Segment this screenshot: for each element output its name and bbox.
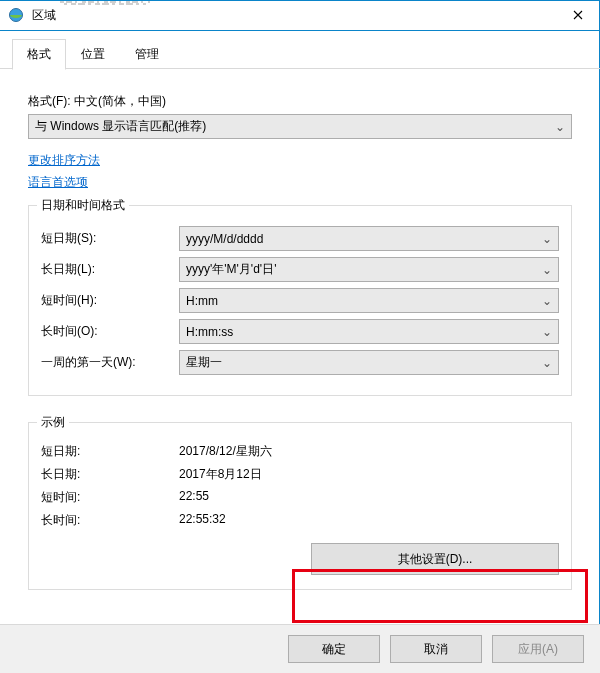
long-date-value: yyyy'年'M'月'd'日' xyxy=(186,261,276,278)
ex-long-date-value: 2017年8月12日 xyxy=(179,466,262,483)
short-date-combo[interactable]: yyyy/M/d/dddd ⌄ xyxy=(179,226,559,251)
short-time-combo[interactable]: H:mm ⌄ xyxy=(179,288,559,313)
datetime-format-group-title: 日期和时间格式 xyxy=(37,197,129,214)
region-icon xyxy=(8,7,24,23)
short-time-label: 短时间(H): xyxy=(41,292,179,309)
title-bar: 区域 xyxy=(0,0,600,31)
titlebar-scratch xyxy=(60,1,150,5)
cancel-button[interactable]: 取消 xyxy=(390,635,482,663)
tab-strip: 格式 位置 管理 xyxy=(0,31,600,69)
chevron-down-icon: ⌄ xyxy=(542,356,552,370)
tab-body: 格式(F): 中文(简体，中国) 与 Windows 显示语言匹配(推荐) ⌄ … xyxy=(0,69,600,590)
additional-settings-label: 其他设置(D)... xyxy=(398,551,473,568)
first-day-label: 一周的第一天(W): xyxy=(41,354,179,371)
examples-group-title: 示例 xyxy=(37,414,69,431)
chevron-down-icon: ⌄ xyxy=(555,120,565,134)
additional-settings-button[interactable]: 其他设置(D)... xyxy=(311,543,559,575)
window-title: 区域 xyxy=(32,7,56,24)
chevron-down-icon: ⌄ xyxy=(542,325,552,339)
language-preferences-link[interactable]: 语言首选项 xyxy=(28,171,88,193)
format-combo[interactable]: 与 Windows 显示语言匹配(推荐) ⌄ xyxy=(28,114,572,139)
ex-long-time-value: 22:55:32 xyxy=(179,512,226,529)
long-date-combo[interactable]: yyyy'年'M'月'd'日' ⌄ xyxy=(179,257,559,282)
long-time-label: 长时间(O): xyxy=(41,323,179,340)
chevron-down-icon: ⌄ xyxy=(542,294,552,308)
close-button[interactable] xyxy=(555,0,600,30)
short-date-label: 短日期(S): xyxy=(41,230,179,247)
tab-location[interactable]: 位置 xyxy=(66,39,120,69)
long-date-label: 长日期(L): xyxy=(41,261,179,278)
first-day-value: 星期一 xyxy=(186,354,222,371)
chevron-down-icon: ⌄ xyxy=(542,232,552,246)
tab-format[interactable]: 格式 xyxy=(12,39,66,70)
ex-short-time-value: 22:55 xyxy=(179,489,209,506)
long-time-combo[interactable]: H:mm:ss ⌄ xyxy=(179,319,559,344)
ok-button[interactable]: 确定 xyxy=(288,635,380,663)
apply-button[interactable]: 应用(A) xyxy=(492,635,584,663)
short-date-value: yyyy/M/d/dddd xyxy=(186,232,263,246)
format-combo-value: 与 Windows 显示语言匹配(推荐) xyxy=(35,118,206,135)
ex-short-date-value: 2017/8/12/星期六 xyxy=(179,443,272,460)
change-sort-link[interactable]: 更改排序方法 xyxy=(28,149,100,171)
tab-admin[interactable]: 管理 xyxy=(120,39,174,69)
datetime-format-group: 日期和时间格式 短日期(S): yyyy/M/d/dddd ⌄ 长日期(L): … xyxy=(28,205,572,396)
ex-long-time-label: 长时间: xyxy=(41,512,179,529)
short-time-value: H:mm xyxy=(186,294,218,308)
chevron-down-icon: ⌄ xyxy=(542,263,552,277)
examples-group: 示例 短日期: 2017/8/12/星期六 长日期: 2017年8月12日 短时… xyxy=(28,422,572,590)
first-day-combo[interactable]: 星期一 ⌄ xyxy=(179,350,559,375)
ex-long-date-label: 长日期: xyxy=(41,466,179,483)
format-label: 格式(F): 中文(简体，中国) xyxy=(28,93,572,110)
ex-short-time-label: 短时间: xyxy=(41,489,179,506)
ex-short-date-label: 短日期: xyxy=(41,443,179,460)
dialog-button-bar: 确定 取消 应用(A) xyxy=(0,624,600,673)
long-time-value: H:mm:ss xyxy=(186,325,233,339)
